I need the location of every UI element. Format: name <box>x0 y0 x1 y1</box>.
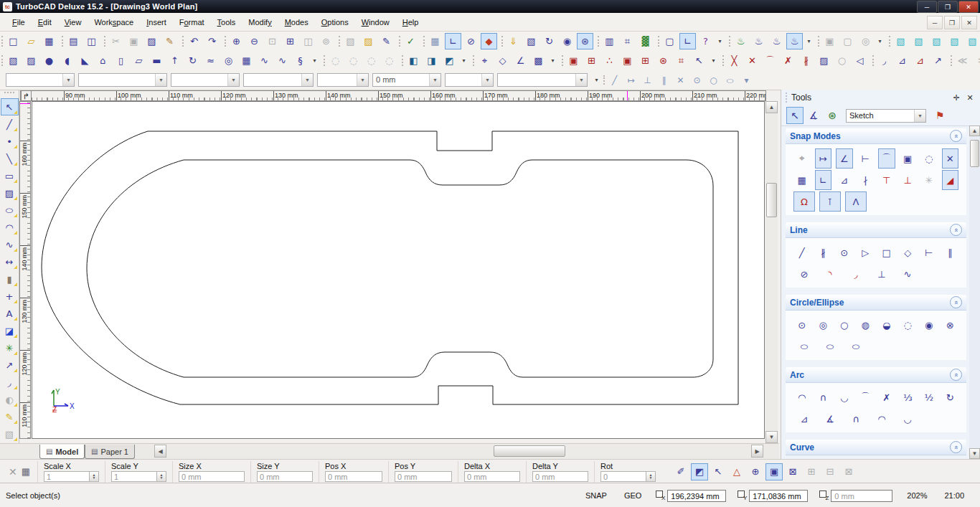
snap-aperture[interactable]: ✳ <box>920 170 938 190</box>
fill-mode[interactable]: ◆ <box>481 33 497 49</box>
workplane-overflow[interactable]: ▾ <box>548 52 557 69</box>
workplane-by-points[interactable]: ◇ <box>494 52 511 69</box>
copy-entities[interactable]: ▣ <box>565 52 582 69</box>
line-tool[interactable]: ╱ <box>1 115 19 133</box>
pick-shape[interactable]: ◁ <box>852 52 868 69</box>
prism-3d[interactable]: ⌂ <box>95 52 111 69</box>
view-right[interactable]: ▧ <box>964 33 980 49</box>
cylinder-3d[interactable]: ▯ <box>113 52 129 69</box>
chevron-down-icon[interactable]: ▼ <box>575 74 587 86</box>
spinner-buttons[interactable]: ▲▼ <box>646 471 656 482</box>
circle-tool[interactable]: ○ <box>834 52 850 69</box>
hidden-line-render[interactable]: ♨ <box>750 33 767 49</box>
select-tool[interactable]: ↖ <box>1 98 19 115</box>
previous-view[interactable]: ◫ <box>300 33 316 49</box>
t-meet-arc[interactable]: ⌒ <box>762 52 778 69</box>
page-setup[interactable]: ▢ <box>661 33 678 49</box>
sphere-3d[interactable]: ● <box>41 52 57 69</box>
hemisphere-3d[interactable]: ◖ <box>59 52 75 69</box>
polyline-tool[interactable]: ╲ <box>1 150 19 167</box>
snap-intersection[interactable]: ✕ <box>942 148 959 169</box>
magnetic-point[interactable]: Ω <box>793 191 815 212</box>
arc-1-2-3[interactable]: ⅓ <box>900 387 917 407</box>
zoom-extents[interactable]: ⊞ <box>282 33 298 49</box>
collapse-chevron-icon[interactable]: « <box>950 441 962 453</box>
snap-indicator[interactable]: SNAP <box>577 491 616 500</box>
line-perpendicular[interactable]: ⊢ <box>920 242 938 262</box>
grid-toggle[interactable]: ▦ <box>427 33 443 49</box>
property-combo-8[interactable]: ▼ <box>497 73 588 87</box>
fit-radial-copy[interactable]: ⌗ <box>673 52 689 69</box>
sheet-tab-paper1[interactable]: ▤Paper 1 <box>85 445 135 459</box>
trim[interactable]: ╳ <box>726 52 743 69</box>
panel-snap-tool[interactable]: ∡ <box>805 107 822 124</box>
text-tool[interactable]: A <box>1 305 19 322</box>
line-double[interactable]: ∦ <box>815 242 832 262</box>
facet-slice[interactable]: ◌ <box>381 52 397 69</box>
chevron-down-icon[interactable]: ▼ <box>62 74 74 86</box>
arc-start-end-included[interactable]: ◡ <box>836 387 853 407</box>
delta-mode-toggle[interactable]: △ <box>728 463 745 480</box>
menu-options[interactable]: Options <box>315 14 355 30</box>
scroll-down-button[interactable]: ▼ <box>765 431 778 443</box>
boolean-tool[interactable]: ◐ <box>1 391 19 408</box>
polygon[interactable]: ⊙ <box>836 242 853 262</box>
property-combo-7[interactable]: ▼ <box>445 73 494 87</box>
rectangle-tool[interactable]: ▭ <box>1 167 19 184</box>
snap-from-point[interactable]: ∤ <box>857 170 875 190</box>
field-value[interactable]: 0 mm <box>532 471 588 482</box>
arc-fixed-ratio[interactable]: ◡ <box>897 409 918 429</box>
line-single[interactable]: ╱ <box>793 242 811 262</box>
arc-tangent-to-line[interactable]: ⊿ <box>793 409 815 429</box>
chevron-down-icon[interactable]: ▼ <box>301 74 313 86</box>
cross-meet[interactable]: ✗ <box>780 52 796 69</box>
scale-handles-toggle[interactable]: ⊞ <box>803 463 820 480</box>
copy-properties[interactable]: ▥ <box>601 33 618 49</box>
collapse-chevron-icon[interactable]: « <box>950 130 962 142</box>
arc-tangent[interactable]: ✗ <box>878 387 895 407</box>
boolean-subtract[interactable]: ◨ <box>423 52 440 69</box>
scatter-copy[interactable]: ∴ <box>601 52 618 69</box>
zoom-in[interactable]: ⊕ <box>228 33 245 49</box>
facet-union[interactable]: ◌ <box>327 52 344 69</box>
extrude[interactable]: ↑ <box>166 52 183 69</box>
axis-toggle[interactable]: ∟ <box>445 33 461 49</box>
ellipse-fixed-ratio[interactable]: ○ <box>845 336 867 356</box>
spinner-buttons[interactable]: ▲▼ <box>157 471 166 482</box>
property-bar-overflow[interactable]: ▾ <box>592 72 601 88</box>
line-tangent-from-arc[interactable]: ◝ <box>819 264 841 284</box>
format-painter[interactable]: ✎ <box>161 33 178 49</box>
panel-select-tool[interactable]: ↖ <box>786 107 804 124</box>
shear-handles-toggle[interactable]: ⊠ <box>840 463 857 480</box>
chevron-down-icon[interactable]: ▼ <box>155 74 166 86</box>
calculator-grid-icon[interactable]: ▦ <box>22 466 30 477</box>
facet-intersect[interactable]: ◌ <box>363 52 380 69</box>
pen-width-combo[interactable]: 0 mm▼ <box>372 73 441 87</box>
export-view[interactable]: ⇓ <box>505 33 522 49</box>
chamfer-distance[interactable]: ⊿ <box>912 52 928 69</box>
line-parallel[interactable]: ∥ <box>942 242 959 262</box>
box-3d[interactable]: ▧ <box>523 33 540 49</box>
collapse-chevron-icon[interactable]: « <box>950 369 962 381</box>
menu-tools[interactable]: Tools <box>211 14 242 30</box>
arc-concentric[interactable]: ∩ <box>815 387 832 407</box>
no-snap[interactable]: ⌖ <box>793 148 811 169</box>
snap-circle[interactable]: ○ <box>706 72 721 87</box>
menu-workspace[interactable]: Workspace <box>88 14 140 30</box>
dimension-tool[interactable]: ↔ <box>1 253 19 270</box>
copy[interactable]: ▣ <box>126 33 142 49</box>
insert-picture[interactable]: ▧ <box>342 33 359 49</box>
render-overflow[interactable]: ▾ <box>804 33 814 49</box>
snap-perpendicular[interactable]: ∟ <box>815 170 832 190</box>
menu-help[interactable]: Help <box>396 14 425 30</box>
view-left[interactable]: ▧ <box>946 33 963 49</box>
arc-double-point[interactable]: ∩ <box>845 409 867 429</box>
selector-2d-toggle[interactable]: ▣ <box>765 463 783 480</box>
field-value[interactable]: 0 mm <box>464 471 520 482</box>
relative-coordinates-toggle[interactable]: ◩ <box>691 463 708 480</box>
snap-line[interactable]: ╱ <box>607 72 622 87</box>
field-value[interactable]: 0 mm <box>179 471 245 482</box>
open-drawing[interactable]: ▱ <box>23 33 39 49</box>
menu-format[interactable]: Format <box>173 14 211 30</box>
menu-modes[interactable]: Modes <box>278 14 315 30</box>
